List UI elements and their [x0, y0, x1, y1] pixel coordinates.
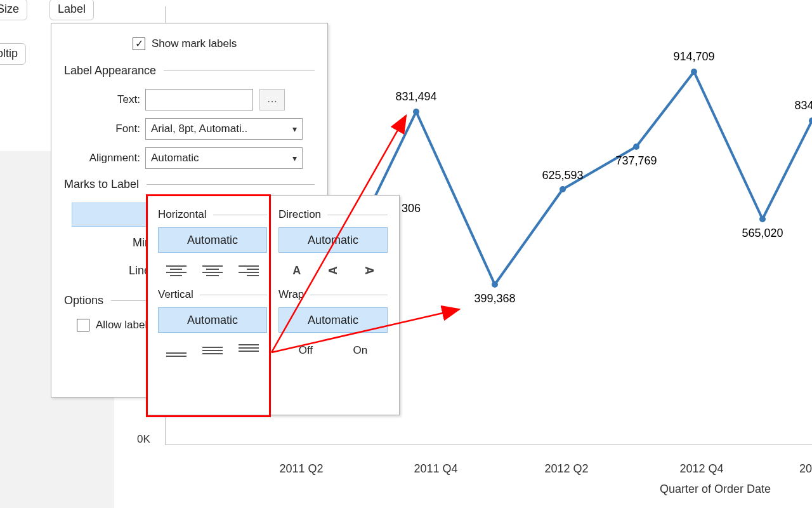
- chart-point[interactable]: [759, 216, 766, 222]
- chart-point[interactable]: [560, 186, 566, 192]
- chevron-down-icon: ▾: [292, 153, 297, 163]
- text-edit-button[interactable]: …: [259, 89, 285, 110]
- vertical-icons: [158, 339, 267, 362]
- x-axis-tick: 2012 Q2: [544, 462, 588, 476]
- x-axis-title: Quarter of Order Date: [660, 483, 771, 496]
- direction-header: Direction: [278, 208, 388, 221]
- mark-label: 831,494: [395, 90, 436, 104]
- alignment-subpanel: Horizontal Direction Automatic Automatic…: [146, 195, 400, 415]
- label-appearance-header: Label Appearance: [64, 64, 315, 77]
- valign-bottom-icon[interactable]: [166, 342, 187, 359]
- x-axis-tick: 2011 Q4: [414, 462, 457, 476]
- wrap-options: Off On: [278, 339, 388, 362]
- tooltip-button-label: oltip: [0, 47, 18, 60]
- direction-up-icon[interactable]: A: [324, 260, 342, 281]
- label-text-input[interactable]: [145, 89, 253, 110]
- chevron-down-icon: ▾: [292, 124, 297, 134]
- horizontal-header: Horizontal: [158, 208, 267, 221]
- vertical-header: Vertical: [158, 288, 267, 301]
- x-axis-tick: 2011 Q2: [279, 462, 323, 476]
- mark-label-partial-306: 306: [402, 202, 421, 215]
- allow-labels-label: Allow labels: [96, 319, 153, 331]
- tooltip-button[interactable]: oltip: [0, 43, 26, 65]
- wrap-automatic-button[interactable]: Automatic: [278, 307, 388, 333]
- valign-top-icon[interactable]: [239, 342, 259, 359]
- direction-automatic-button[interactable]: Automatic: [278, 227, 388, 253]
- alignment-dropdown[interactable]: Automatic ▾: [145, 147, 303, 169]
- show-mark-labels-label: Show mark labels: [152, 37, 237, 50]
- align-right-icon[interactable]: [239, 262, 259, 279]
- text-label: Text:: [64, 93, 145, 106]
- vertical-automatic-button[interactable]: Automatic: [158, 307, 267, 333]
- mark-label: 399,368: [474, 292, 515, 305]
- direction-normal-icon[interactable]: A: [287, 262, 307, 279]
- x-axis-tick: 2012 Q4: [679, 462, 723, 476]
- chart-point[interactable]: [809, 117, 812, 124]
- chart-point[interactable]: [691, 69, 697, 75]
- wrap-on-option[interactable]: On: [350, 342, 372, 359]
- valign-middle-icon[interactable]: [202, 342, 223, 359]
- font-dropdown-value: Arial, 8pt, Automati..: [151, 123, 247, 135]
- alignment-label: Alignment:: [64, 152, 145, 164]
- allow-labels-checkbox[interactable]: [77, 319, 89, 331]
- direction-down-icon[interactable]: A: [360, 260, 378, 281]
- wrap-header: Wrap: [278, 288, 388, 301]
- mark-label: 565,020: [742, 227, 783, 240]
- size-button[interactable]: Size: [0, 0, 27, 20]
- label-button-label: Label: [58, 3, 86, 15]
- chart-point[interactable]: [492, 281, 498, 288]
- horizontal-icons: [158, 259, 267, 282]
- direction-icons: A A A: [278, 259, 388, 282]
- mark-label: 737,769: [615, 154, 657, 168]
- size-button-label: Size: [0, 3, 19, 15]
- marks-to-label-header: Marks to Label: [64, 178, 315, 191]
- label-button[interactable]: Label: [49, 0, 94, 20]
- wrap-off-option[interactable]: Off: [295, 342, 317, 359]
- horizontal-automatic-button[interactable]: Automatic: [158, 227, 267, 253]
- chart-point[interactable]: [413, 109, 419, 115]
- align-left-icon[interactable]: [166, 262, 187, 279]
- align-center-icon[interactable]: [202, 262, 223, 279]
- y-tick-0k: 0K: [137, 433, 150, 446]
- x-axis-tick: 20: [799, 462, 812, 476]
- mark-label: 625,593: [542, 169, 583, 182]
- mark-label: 914,709: [673, 50, 714, 64]
- show-mark-labels-checkbox[interactable]: ✓: [133, 37, 145, 50]
- font-label: Font:: [64, 123, 145, 135]
- font-dropdown[interactable]: Arial, 8pt, Automati.. ▾: [145, 118, 303, 140]
- mark-label: 834,83: [794, 99, 812, 112]
- chart-point[interactable]: [633, 144, 639, 150]
- alignment-dropdown-value: Automatic: [151, 152, 199, 164]
